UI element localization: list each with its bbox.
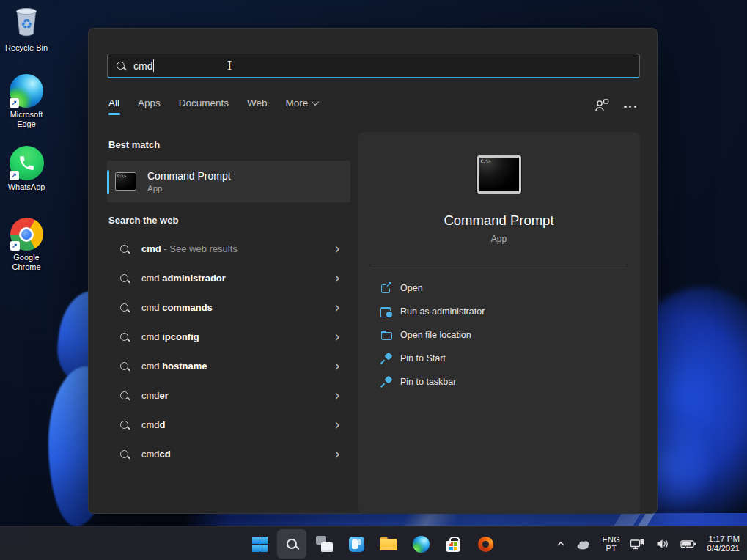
suggestion-row[interactable]: cmdcd › xyxy=(107,439,350,468)
tab-web[interactable]: Web xyxy=(247,97,268,115)
wallpaper-light-streak xyxy=(639,513,655,526)
divider xyxy=(371,265,627,265)
taskbar: ENGPT xyxy=(0,526,747,560)
office-icon xyxy=(478,537,493,552)
search-input-value: cmd xyxy=(133,60,152,72)
web-suggestions-list: cmd - See web results › cmd administrado… xyxy=(107,234,350,468)
tab-apps[interactable]: Apps xyxy=(138,97,161,115)
more-options-icon[interactable] xyxy=(624,100,636,114)
wallpaper-light-streak xyxy=(183,513,747,526)
best-match-subtitle: App xyxy=(147,184,231,193)
tab-all[interactable]: All xyxy=(108,97,119,115)
language-indicator[interactable]: ENGPT xyxy=(600,531,622,556)
search-icon xyxy=(120,245,128,253)
chevron-right-icon[interactable]: › xyxy=(334,447,340,461)
pin-icon xyxy=(380,353,392,364)
account-options-icon[interactable] xyxy=(595,98,609,115)
action-open[interactable]: Open xyxy=(358,276,640,300)
search-icon xyxy=(120,274,128,282)
desktop-icon-whatsapp[interactable]: WhatsApp xyxy=(0,146,53,192)
whatsapp-icon xyxy=(10,146,44,180)
command-prompt-icon xyxy=(477,155,521,194)
ibeam-cursor: I xyxy=(227,59,232,73)
result-preview-pane: Command Prompt App Open Run as administr… xyxy=(358,132,640,514)
action-open-file-location[interactable]: Open file location xyxy=(358,323,640,347)
suggestion-row[interactable]: cmd hostname › xyxy=(107,351,350,380)
chevron-right-icon[interactable]: › xyxy=(334,388,340,402)
best-match-header: Best match xyxy=(108,139,160,150)
edge-icon xyxy=(10,74,43,108)
tray-time: 1:17 PM xyxy=(708,534,740,543)
admin-shield-icon xyxy=(380,306,392,317)
search-icon xyxy=(120,450,128,458)
desktop-icon-microsoft-edge[interactable]: Microsoft Edge xyxy=(0,74,53,128)
search-icon xyxy=(120,391,128,399)
network-icon[interactable] xyxy=(628,531,647,556)
chevron-right-icon[interactable]: › xyxy=(334,330,340,344)
action-list: Open Run as administrator Open file loca… xyxy=(358,276,640,394)
tab-more[interactable]: More xyxy=(286,97,320,115)
search-icon xyxy=(120,421,128,429)
preview-title: Command Prompt xyxy=(358,213,640,229)
action-pin-to-start[interactable]: Pin to Start xyxy=(358,347,640,370)
system-tray: ENGPT xyxy=(553,527,741,560)
search-icon xyxy=(287,539,297,549)
suggestion-row[interactable]: cmd - See web results › xyxy=(107,234,350,263)
suggestion-row[interactable]: cmd ipconfig › xyxy=(107,322,350,351)
search-flyout-panel: cmd I All Apps Documents Web More Best m… xyxy=(88,28,658,514)
suggestion-row[interactable]: cmdd › xyxy=(107,410,350,439)
shortcut-arrow-icon xyxy=(10,241,20,251)
taskbar-clock[interactable]: 1:17 PM8/4/2021 xyxy=(705,531,741,556)
open-icon xyxy=(380,282,392,294)
tab-documents[interactable]: Documents xyxy=(179,97,229,115)
tray-overflow-chevron-icon[interactable] xyxy=(553,531,568,556)
folder-icon xyxy=(380,329,392,341)
search-icon xyxy=(120,333,128,341)
suggestion-row[interactable]: cmd administrador › xyxy=(107,263,350,292)
wallpaper-light-streak xyxy=(401,513,462,526)
taskbar-start-button[interactable] xyxy=(245,529,274,559)
action-run-as-administrator[interactable]: Run as administrator xyxy=(358,300,640,323)
desktop-icon-label: WhatsApp xyxy=(8,183,45,192)
chevron-down-icon xyxy=(312,98,319,106)
chevron-right-icon[interactable]: › xyxy=(334,301,340,314)
taskbar-office-button[interactable] xyxy=(471,529,500,559)
search-web-header: Search the web xyxy=(108,215,178,226)
taskbar-store-button[interactable] xyxy=(438,529,468,559)
volume-icon[interactable] xyxy=(654,531,671,556)
desktop-icon-google-chrome[interactable]: Google Chrome xyxy=(0,218,53,271)
desktop-icon-recycle-bin[interactable]: ♻ Recycle Bin xyxy=(0,4,53,53)
chrome-icon xyxy=(10,218,43,251)
command-prompt-icon xyxy=(115,172,136,191)
taskbar-edge-button[interactable] xyxy=(406,529,435,559)
desktop-icon-label: Google Chrome xyxy=(1,253,51,271)
edge-icon xyxy=(413,536,430,553)
search-filter-tabs: All Apps Documents Web More xyxy=(108,97,319,119)
chevron-right-icon[interactable]: › xyxy=(334,271,340,285)
action-pin-to-taskbar[interactable]: Pin to taskbar xyxy=(358,370,640,394)
selection-accent-bar xyxy=(107,170,109,194)
windows-start-icon xyxy=(252,537,268,552)
chevron-right-icon[interactable]: › xyxy=(334,359,340,373)
file-explorer-icon xyxy=(380,537,397,551)
text-caret xyxy=(153,59,154,72)
search-input[interactable]: cmd I xyxy=(107,54,640,78)
widgets-icon xyxy=(349,537,364,552)
suggestion-row[interactable]: cmder › xyxy=(107,380,350,410)
best-match-title: Command Prompt xyxy=(147,170,231,182)
microsoft-store-icon xyxy=(446,541,460,552)
chevron-right-icon[interactable]: › xyxy=(334,242,340,256)
taskbar-search-button[interactable] xyxy=(277,529,306,559)
recycle-bin-icon: ♻ xyxy=(12,4,41,41)
wallpaper-light-streak xyxy=(614,513,641,526)
suggestion-row[interactable]: cmd commands › xyxy=(107,292,350,322)
battery-charging-icon[interactable] xyxy=(678,531,699,556)
taskbar-file-explorer-button[interactable] xyxy=(374,529,403,559)
taskbar-widgets-button[interactable] xyxy=(342,529,371,559)
taskbar-task-view-button[interactable] xyxy=(309,529,339,559)
chevron-right-icon[interactable]: › xyxy=(334,418,340,432)
desktop-icon-label: Recycle Bin xyxy=(5,43,48,53)
best-match-result[interactable]: Command Prompt App xyxy=(107,161,350,202)
tray-date: 8/4/2021 xyxy=(707,544,740,553)
onedrive-cloud-icon[interactable] xyxy=(575,531,594,556)
